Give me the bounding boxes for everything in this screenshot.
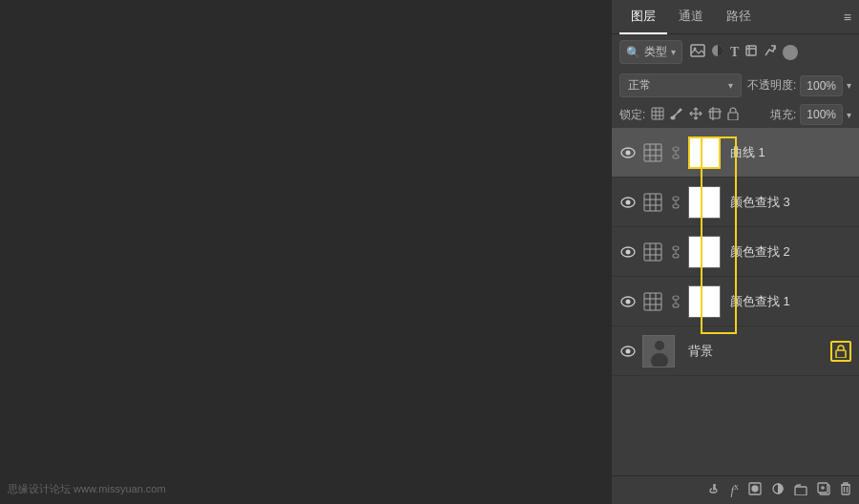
layer-colorfind2[interactable]: 颜色查找 2	[612, 227, 859, 277]
lock-icons	[651, 107, 739, 123]
svg-point-29	[626, 200, 631, 204]
layer-name-colorfind1: 颜色查找 1	[730, 293, 790, 310]
eye-icon-colorfind2[interactable]	[619, 243, 637, 261]
screenshot-container: 思缘设计论坛 www.missyuan.com 图层 通道 路径 ≡ 🔍 类型 …	[0, 0, 859, 504]
opacity-value[interactable]: 100%	[800, 75, 843, 96]
lock-move-icon[interactable]	[689, 107, 702, 123]
svg-rect-56	[673, 304, 679, 307]
layer-name-curves1: 曲线 1	[730, 144, 765, 161]
eye-icon-background[interactable]	[619, 343, 637, 360]
layer-name-colorfind3: 颜色查找 3	[730, 194, 790, 211]
lock-grid-icon[interactable]	[651, 107, 664, 123]
svg-rect-25	[673, 147, 679, 151]
thumb-curves1	[688, 136, 721, 169]
blend-mode-row: 正常 ▾ 不透明度: 100% ▾	[612, 70, 859, 101]
svg-rect-20	[644, 144, 661, 161]
svg-rect-50	[644, 293, 661, 310]
lock-crop-icon[interactable]	[708, 107, 722, 123]
filter-select[interactable]: 🔍 类型 ▾	[619, 40, 682, 64]
panel-tabs: 图层 通道 路径 ≡	[612, 0, 859, 34]
layer-grid-icon-colorfind1	[642, 291, 663, 312]
panel-menu-icon[interactable]: ≡	[844, 10, 851, 25]
lock-brush-icon[interactable]	[670, 107, 683, 123]
crop-filter-icon[interactable]	[744, 44, 758, 60]
svg-rect-17	[728, 113, 738, 120]
tab-paths[interactable]: 路径	[715, 0, 763, 34]
text-filter-icon[interactable]: T	[730, 45, 739, 60]
layer-colorfind1[interactable]: 颜色查找 1	[612, 277, 859, 326]
svg-rect-73	[842, 485, 849, 494]
filter-row: 🔍 类型 ▾	[612, 34, 859, 70]
svg-point-39	[626, 249, 631, 254]
eye-icon-colorfind3[interactable]	[619, 194, 637, 211]
lock-padlock-icon[interactable]	[727, 107, 739, 123]
thumb-background	[642, 335, 675, 368]
layer-background[interactable]: 背景	[612, 326, 859, 376]
svg-rect-45	[673, 246, 679, 250]
svg-point-59	[626, 348, 631, 353]
thumb-colorfind2	[688, 236, 721, 268]
fill-section: 填充: 100% ▾	[770, 104, 851, 125]
filter-icons: T	[690, 44, 798, 60]
filter-dropdown-arrow: ▾	[671, 47, 676, 57]
svg-rect-63	[836, 350, 846, 358]
bullet-circle-icon	[783, 45, 798, 60]
tab-channels[interactable]: 通道	[667, 0, 715, 34]
svg-rect-68	[795, 487, 807, 495]
fx-icon[interactable]: fx	[730, 481, 739, 498]
svg-point-11	[671, 116, 675, 119]
layers-panel: 图层 通道 路径 ≡ 🔍 类型 ▾	[611, 0, 859, 504]
layer-grid-icon-colorfind3	[642, 192, 663, 213]
svg-rect-30	[644, 194, 661, 211]
tab-layers[interactable]: 图层	[619, 0, 667, 34]
opacity-dropdown-arrow: ▾	[847, 80, 851, 91]
link-layers-icon[interactable]	[707, 482, 721, 498]
background-lock-icon[interactable]	[830, 341, 851, 362]
layer-curves1[interactable]: 曲线 1	[612, 128, 859, 178]
canvas-area: 思缘设计论坛 www.missyuan.com	[0, 0, 611, 504]
layers-list: 曲线 1	[612, 128, 859, 475]
layer-colorfind3[interactable]: 颜色查找 3	[612, 178, 859, 227]
svg-rect-6	[652, 108, 663, 119]
layer-grid-icon-colorfind2	[642, 242, 663, 262]
opacity-section: 不透明度: 100% ▾	[747, 75, 851, 96]
lock-row: 锁定:	[612, 101, 859, 128]
image-filter-icon[interactable]	[690, 44, 705, 60]
svg-rect-40	[644, 243, 661, 261]
svg-point-66	[752, 486, 758, 492]
svg-rect-55	[673, 296, 679, 300]
thumb-colorfind1	[688, 285, 721, 318]
chain-icon-curves1	[669, 146, 682, 159]
watermark: 思缘设计论坛 www.missyuan.com	[8, 482, 166, 496]
circle-filter-icon[interactable]	[711, 44, 724, 60]
fill-dropdown-arrow: ▾	[847, 110, 851, 120]
layer-grid-icon-curves1	[642, 142, 663, 163]
svg-rect-3	[746, 46, 756, 55]
fill-value[interactable]: 100%	[800, 104, 843, 125]
layer-name-background: 背景	[688, 343, 713, 360]
delete-layer-icon[interactable]	[840, 482, 851, 498]
layer-name-colorfind2: 颜色查找 2	[730, 243, 790, 261]
svg-rect-0	[691, 45, 704, 56]
svg-rect-46	[673, 254, 679, 258]
svg-point-49	[626, 299, 631, 304]
svg-rect-26	[673, 155, 679, 158]
adjustment-icon[interactable]	[771, 482, 785, 498]
svg-point-19	[626, 150, 631, 155]
new-layer-icon[interactable]	[817, 482, 830, 498]
chain-icon-colorfind2	[669, 245, 682, 259]
eye-icon-colorfind1[interactable]	[619, 293, 637, 310]
share-filter-icon[interactable]	[764, 44, 777, 60]
svg-point-61	[655, 341, 664, 350]
thumb-colorfind3	[688, 186, 721, 219]
blend-dropdown-arrow: ▾	[728, 80, 733, 91]
eye-icon-curves1[interactable]	[619, 144, 637, 161]
chain-icon-colorfind1	[669, 295, 682, 308]
panel-bottom-toolbar: fx	[612, 475, 859, 504]
chain-icon-colorfind3	[669, 196, 682, 209]
svg-rect-14	[710, 109, 720, 118]
blend-mode-select[interactable]: 正常 ▾	[619, 74, 742, 97]
add-mask-icon[interactable]	[748, 482, 762, 498]
svg-rect-35	[673, 197, 679, 200]
new-group-icon[interactable]	[794, 483, 807, 498]
